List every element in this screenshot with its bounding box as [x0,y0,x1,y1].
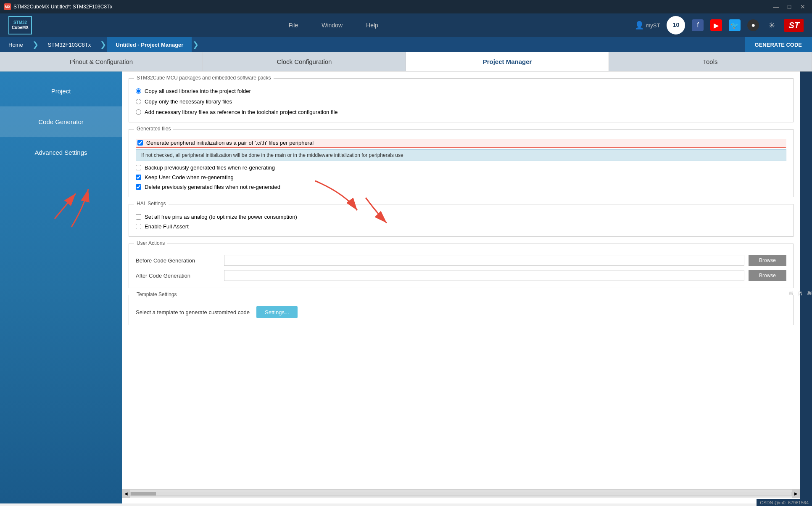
generated-option-0-label: Generate peripheral initialization as a … [146,140,314,146]
template-row: Select a template to generate customized… [136,302,786,318]
main-tabs: Pinout & Configuration Clock Configurati… [0,52,812,72]
myst-label: myST [646,22,660,29]
twitter-icon[interactable]: 🐦 [729,19,741,31]
after-label: After Code Generation [136,273,220,279]
main-content: STM32Cube MCU packages and embedded soft… [122,72,800,503]
mcu-section-label: STM32Cube MCU packages and embedded soft… [134,75,274,81]
generated-option-2-label: Keep User Code when re-generating [145,174,234,180]
scroll-thumb [131,492,156,495]
tab-tools[interactable]: Tools [609,52,812,71]
right-panel: 列表 入门 指南 [800,72,812,503]
minimize-button[interactable]: — [771,2,781,12]
anniversary-badge: 10 [667,16,685,34]
after-browse-button[interactable]: Browse [749,270,786,281]
help-menu[interactable]: Help [363,20,382,30]
hal-option-1-label: Enable Full Assert [145,223,189,230]
hal-checkbox-0[interactable] [136,214,141,220]
user-actions-section-label: User Actions [134,240,167,246]
right-icons: 👤 myST 10 f ▶ 🐦 ● ✳ ST [635,16,804,34]
generated-files-section: Generated files Generate peripheral init… [129,129,794,197]
breadcrumb-current[interactable]: Untitled - Project Manager [107,37,192,52]
user-actions-section: User Actions Before Code Generation Brow… [129,244,794,288]
sidebar-item-project[interactable]: Project [0,76,122,106]
hal-section-label: HAL Settings [134,201,169,207]
mcu-radio-0[interactable] [136,88,141,94]
mcu-option-1-label: Copy only the necessary library files [145,98,232,105]
mcu-option-0-label: Copy all used libraries into the project… [145,88,251,94]
generated-checkbox-1[interactable] [136,165,141,170]
generated-option-3-label: Delete previously generated files when n… [145,184,280,190]
generated-section-label: Generated files [134,126,173,132]
generated-checkbox-group: Generate peripheral initialization as a … [136,136,786,190]
footer-text: CSDN @m0_67981564 [760,500,809,505]
horizontal-scrollbar[interactable]: ◀ ▶ [122,489,800,498]
close-button[interactable]: ✕ [798,2,808,12]
github-icon[interactable]: ● [747,19,759,31]
breadcrumb-arrow-2: ❯ [100,40,106,49]
before-input[interactable] [224,255,744,266]
network-icon[interactable]: ✳ [766,19,778,31]
hal-option-0[interactable]: Set all free pins as analog (to optimize… [136,214,786,220]
breadcrumb: Home ❯ STM32F103C8Tx ❯ Untitled - Projec… [0,37,812,52]
before-browse-button[interactable]: Browse [749,255,786,266]
titlebar: MX STM32CubeMX Untitled*: STM32F103C8Tx … [0,0,812,13]
hal-option-1[interactable]: Enable Full Assert [136,223,786,230]
generated-checkbox-3[interactable] [136,184,141,190]
template-select-label: Select a template to generate customized… [136,309,250,315]
hal-checkbox-1[interactable] [136,224,141,229]
mcu-option-0[interactable]: Copy all used libraries into the project… [136,88,786,94]
sidebar-item-code-generator[interactable]: Code Generator [0,106,122,137]
generate-code-button[interactable]: GENERATE CODE [745,37,812,52]
tooltip-text: If not checked, all peripheral initializ… [141,152,403,158]
generated-checkbox-2[interactable] [136,175,141,180]
mcu-radio-2[interactable] [136,109,141,115]
window-menu[interactable]: Window [318,20,346,30]
generated-option-3[interactable]: Delete previously generated files when n… [136,184,786,190]
breadcrumb-chip[interactable]: STM32F103C8Tx [40,37,100,52]
youtube-icon[interactable]: ▶ [710,19,722,31]
scroll-track[interactable] [130,492,792,496]
mcu-section: STM32Cube MCU packages and embedded soft… [129,78,794,122]
content-area: Project Code Generator Advanced Settings… [0,72,812,503]
app-icon: MX [4,3,11,10]
menubar: STM32 CubeMX File Window Help 👤 myST 10 … [0,13,812,37]
generated-option-1[interactable]: Backup previously generated files when r… [136,164,786,171]
tooltip-bar: If not checked, all peripheral initializ… [136,149,786,161]
after-input[interactable] [224,270,744,281]
window-title: STM32CubeMX Untitled*: STM32F103C8Tx [13,4,771,10]
mcu-option-1[interactable]: Copy only the necessary library files [136,98,786,105]
logo-area: STM32 CubeMX [8,16,32,34]
tab-project-manager[interactable]: Project Manager [406,52,609,71]
hal-checkbox-group: Set all free pins as analog (to optimize… [136,211,786,230]
mcu-option-2[interactable]: Add necessary library files as reference… [136,109,786,115]
tab-clock[interactable]: Clock Configuration [203,52,406,71]
window-controls: — □ ✕ [771,2,808,12]
template-section-label: Template Settings [134,291,179,297]
file-menu[interactable]: File [285,20,302,30]
scroll-left-btn[interactable]: ◀ [122,490,130,498]
breadcrumb-arrow-1: ❯ [32,40,39,49]
mcu-radio-group: Copy all used libraries into the project… [136,85,786,115]
st-logo: ST [784,19,804,32]
generated-checkbox-0[interactable] [137,140,143,146]
myst-button[interactable]: 👤 myST [635,21,660,30]
scroll-right-btn[interactable]: ▶ [792,490,800,498]
hal-option-0-label: Set all free pins as analog (to optimize… [145,214,297,220]
sidebar: Project Code Generator Advanced Settings [0,72,122,503]
breadcrumb-arrow-3: ❯ [192,40,199,49]
before-label: Before Code Generation [136,257,220,264]
generated-option-2[interactable]: Keep User Code when re-generating [136,174,786,180]
app-logo: STM32 CubeMX [8,16,32,34]
tab-pinout[interactable]: Pinout & Configuration [0,52,203,71]
generated-option-0-wrapper: Generate peripheral initialization as a … [136,139,786,161]
generated-option-0[interactable]: Generate peripheral initialization as a … [136,139,786,148]
hal-section: HAL Settings Set all free pins as analog… [129,204,794,237]
menu-bar: File Window Help [49,20,618,30]
breadcrumb-home[interactable]: Home [0,37,32,52]
facebook-icon[interactable]: f [692,19,704,31]
template-section: Template Settings Select a template to g… [129,295,794,325]
mcu-radio-1[interactable] [136,99,141,104]
settings-button[interactable]: Settings... [256,306,298,318]
maximize-button[interactable]: □ [784,2,794,12]
sidebar-item-advanced-settings[interactable]: Advanced Settings [0,137,122,168]
